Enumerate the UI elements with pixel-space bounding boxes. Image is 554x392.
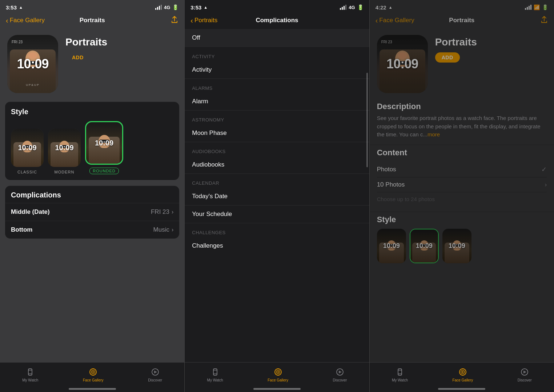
svg-point-5 [92,371,94,373]
nav-bar-right: ‹ Face Gallery Portraits [370,13,554,29]
tab-bar-right: My Watch Face Gallery Discover [370,362,554,392]
center-panel: 3:53 ▲ 4G 🔋 ‹ Portraits Complications Of… [184,0,369,392]
watch-title-left: Portraits [65,36,177,48]
tab-icon-face-gallery-right [458,367,467,377]
tab-face-gallery-center[interactable]: Face Gallery [268,367,288,382]
comp-item-off[interactable]: Off [185,29,369,47]
photos-count: 10 Photos [377,181,405,188]
tab-icon-face-gallery-left [88,367,98,377]
tab-label-discover-right: Discover [518,378,532,382]
comp-item-your-schedule[interactable]: Your Schedule [185,205,369,223]
share-button-right[interactable] [540,16,548,25]
photos-hint-row: Choose up to 24 photos [377,192,547,206]
status-time-left: 3:53 ▲ [6,4,23,11]
nav-bar-center: ‹ Portraits Complications [185,13,369,29]
description-section: Description See your favorite portrait p… [370,99,554,145]
tab-icon-my-watch-left [25,367,35,377]
svg-point-21 [462,371,463,373]
photos-label: Photos [377,166,396,173]
share-button-left[interactable] [170,16,178,25]
comp-item-moon-phase[interactable]: Moon Phase [185,124,369,142]
comp-value-bottom: Music › [153,226,174,233]
home-indicator-right [438,388,485,390]
add-button-left[interactable]: ADD [65,52,90,63]
style-time-right-1: 10:09 [383,242,400,250]
chevron-middle: › [172,209,173,215]
nav-title-right: Portraits [449,17,474,24]
style-time-classic: 10:09 [18,144,36,152]
tab-discover-left[interactable]: Discover [148,367,162,382]
style-option-right-2[interactable]: 10:09 [410,229,439,263]
tab-discover-center[interactable]: Discover [333,367,347,382]
tab-discover-right[interactable]: Discover [518,367,532,382]
svg-point-13 [277,371,279,373]
style-watch-right-2: 10:09 [410,229,439,263]
section-label-astronomy: ASTRONOMY [192,117,224,123]
comp-row-middle[interactable]: Middle (Date) FRI 23 › [5,203,179,221]
style-watch-rounded: 10:09 [85,121,123,165]
signal-center [340,5,346,10]
section-header-audiobooks: AUDIOBOOKS [185,142,369,156]
style-face-right-3: 10:09 [442,229,471,263]
chevron-bottom: › [172,227,173,233]
style-title-right: Style [377,215,547,224]
comp-item-your-schedule-label: Your Schedule [192,211,232,218]
comp-item-todays-date[interactable]: Today's Date [185,188,369,205]
watch-date-left: FRI 23 [12,40,23,44]
tab-my-watch-left[interactable]: My Watch [22,367,38,382]
svg-rect-16 [398,369,402,375]
watch-preview-left: FRI 23 10:09 UP&UP Portraits ADD [0,29,184,99]
tab-my-watch-center[interactable]: My Watch [207,367,223,382]
scrollbar-center [366,73,368,167]
tab-face-gallery-left[interactable]: Face Gallery [83,367,104,382]
complications-list: Off ACTIVITY Activity ALARMS Alarm ASTRO… [185,29,369,392]
style-face-modern: 10:09 [48,129,81,167]
svg-rect-8 [213,369,217,375]
right-panel: 4:22 ▲ 📶 🔋 ‹ Face Gallery Portraits [370,0,554,392]
style-label-modern: MODERN [55,170,75,174]
tab-icon-discover-left [150,367,160,377]
watch-info-left: Portraits ADD [65,35,177,63]
svg-marker-15 [339,371,342,373]
back-button-right[interactable]: ‹ Face Gallery [376,16,414,25]
tab-my-watch-right[interactable]: My Watch [392,367,408,382]
home-indicator-center [253,388,301,390]
style-option-right-3[interactable]: 10:09 [442,229,471,263]
tab-icon-my-watch-right [395,367,405,377]
style-face-right-2: 10:09 [410,229,438,263]
style-section-right: Style 10:09 [370,212,554,269]
back-button-left[interactable]: ‹ Face Gallery [6,16,45,25]
style-option-rounded[interactable]: 10:09 ROUNDED [85,121,123,174]
tab-label-face-gallery-left: Face Gallery [83,378,104,382]
section-label-activity: ACTIVITY [192,54,215,59]
tab-face-gallery-right[interactable]: Face Gallery [453,367,473,382]
photos-count-row[interactable]: 10 Photos › [377,177,547,192]
chevron-left-icon-center: ‹ [190,16,193,25]
tab-label-face-gallery-right: Face Gallery [453,378,473,382]
status-bar-right: 4:22 ▲ 📶 🔋 [370,0,554,13]
style-face-rounded: 10:09 [86,122,122,164]
style-option-classic[interactable]: 10:09 CLASSIC [11,129,44,174]
comp-item-activity[interactable]: Activity [185,61,369,79]
back-button-center[interactable]: ‹ Portraits [190,16,217,25]
wifi-icon-right: 📶 [534,4,540,10]
comp-item-challenges-label: Challenges [192,242,223,249]
chevron-left-icon-right: ‹ [376,16,378,25]
style-option-modern[interactable]: 10:09 MODERN [48,129,81,174]
watch-face-right: FRI 23 10:09 [377,35,428,93]
comp-item-challenges[interactable]: Challenges [185,237,369,255]
comp-item-alarm[interactable]: Alarm [185,93,369,111]
comp-row-bottom[interactable]: Bottom Music › [5,221,179,239]
photos-row[interactable]: Photos ✓ [377,162,547,177]
watch-title-right: Portraits [435,36,547,48]
description-title: Description [377,102,547,111]
add-button-right[interactable]: ADD [435,52,460,63]
tab-bar-left: My Watch Face Gallery Discover [0,362,184,392]
tab-label-my-watch-left: My Watch [22,378,38,382]
status-icons-right: 📶 🔋 [525,4,548,10]
battery-icon-left: 🔋 [172,4,178,10]
comp-item-audiobooks[interactable]: Audiobooks [185,156,369,174]
comp-item-activity-label: Activity [192,66,212,73]
style-option-right-1[interactable]: 10:09 [377,229,406,263]
more-link[interactable]: more [427,131,440,137]
